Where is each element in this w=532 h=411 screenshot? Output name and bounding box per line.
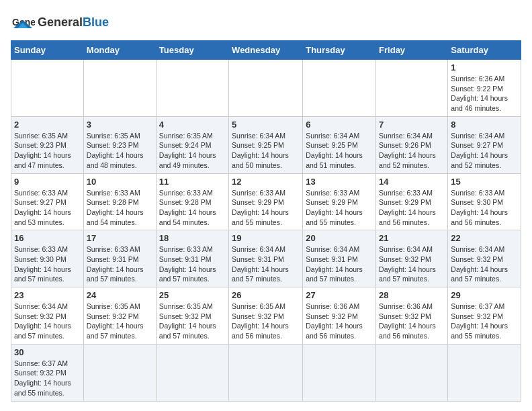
day-cell: 28Sunrise: 6:36 AM Sunset: 9:32 PM Dayli… [376, 287, 448, 345]
day-cell: 26Sunrise: 6:35 AM Sunset: 9:32 PM Dayli… [229, 287, 303, 345]
header-row: SundayMondayTuesdayWednesdayThursdayFrid… [11, 41, 521, 60]
day-cell: 12Sunrise: 6:33 AM Sunset: 9:29 PM Dayli… [229, 173, 303, 230]
day-info: Sunrise: 6:33 AM Sunset: 9:28 PM Dayligh… [87, 188, 153, 228]
day-number: 11 [159, 177, 226, 187]
day-cell: 15Sunrise: 6:33 AM Sunset: 9:30 PM Dayli… [448, 173, 521, 230]
day-cell [83, 60, 156, 117]
header-cell-tuesday: Tuesday [156, 41, 228, 60]
day-cell [376, 60, 448, 117]
day-info: Sunrise: 6:35 AM Sunset: 9:23 PM Dayligh… [87, 131, 153, 171]
week-row-5: 30Sunrise: 6:37 AM Sunset: 9:32 PM Dayli… [11, 344, 521, 401]
day-number: 3 [87, 120, 153, 130]
logo-icon: General [11, 11, 35, 35]
day-cell: 10Sunrise: 6:33 AM Sunset: 9:28 PM Dayli… [83, 173, 156, 230]
day-number: 13 [306, 177, 373, 187]
day-number: 20 [306, 233, 373, 243]
day-info: Sunrise: 6:36 AM Sunset: 9:22 PM Dayligh… [451, 74, 518, 113]
day-cell: 4Sunrise: 6:35 AM Sunset: 9:24 PM Daylig… [156, 116, 228, 173]
day-info: Sunrise: 6:34 AM Sunset: 9:31 PM Dayligh… [306, 244, 373, 284]
day-info: Sunrise: 6:37 AM Sunset: 9:32 PM Dayligh… [451, 302, 518, 341]
day-cell: 24Sunrise: 6:35 AM Sunset: 9:32 PM Dayli… [83, 287, 156, 345]
day-info: Sunrise: 6:34 AM Sunset: 9:32 PM Dayligh… [14, 302, 81, 341]
day-number: 1 [451, 62, 518, 73]
day-cell: 20Sunrise: 6:34 AM Sunset: 9:31 PM Dayli… [303, 230, 376, 287]
day-cell: 27Sunrise: 6:36 AM Sunset: 9:32 PM Dayli… [303, 287, 376, 345]
day-info: Sunrise: 6:33 AM Sunset: 9:28 PM Dayligh… [159, 188, 226, 228]
day-cell: 6Sunrise: 6:34 AM Sunset: 9:25 PM Daylig… [303, 116, 376, 173]
day-cell: 16Sunrise: 6:33 AM Sunset: 9:30 PM Dayli… [11, 230, 84, 287]
day-number: 21 [379, 233, 445, 243]
day-info: Sunrise: 6:34 AM Sunset: 9:32 PM Dayligh… [451, 244, 518, 284]
day-cell: 17Sunrise: 6:33 AM Sunset: 9:31 PM Dayli… [83, 230, 156, 287]
day-cell: 22Sunrise: 6:34 AM Sunset: 9:32 PM Dayli… [448, 230, 521, 287]
week-row-0: 1Sunrise: 6:36 AM Sunset: 9:22 PM Daylig… [11, 60, 521, 117]
day-info: Sunrise: 6:33 AM Sunset: 9:27 PM Dayligh… [14, 188, 81, 228]
day-number: 5 [232, 120, 300, 130]
day-info: Sunrise: 6:34 AM Sunset: 9:25 PM Dayligh… [232, 131, 300, 171]
day-cell: 14Sunrise: 6:33 AM Sunset: 9:29 PM Dayli… [376, 173, 448, 230]
day-number: 10 [87, 177, 153, 187]
day-cell: 29Sunrise: 6:37 AM Sunset: 9:32 PM Dayli… [448, 287, 521, 345]
day-number: 15 [451, 177, 518, 187]
day-number: 26 [232, 290, 300, 300]
week-row-4: 23Sunrise: 6:34 AM Sunset: 9:32 PM Dayli… [11, 287, 521, 345]
day-number: 30 [14, 347, 81, 357]
day-cell [448, 344, 521, 401]
day-info: Sunrise: 6:35 AM Sunset: 9:32 PM Dayligh… [232, 302, 300, 341]
day-cell [11, 60, 84, 117]
day-number: 17 [87, 233, 153, 243]
day-cell: 8Sunrise: 6:34 AM Sunset: 9:27 PM Daylig… [448, 116, 521, 173]
logo: General GeneralBlue [11, 11, 109, 35]
day-number: 25 [159, 290, 226, 300]
day-info: Sunrise: 6:33 AM Sunset: 9:31 PM Dayligh… [87, 244, 153, 284]
day-info: Sunrise: 6:33 AM Sunset: 9:29 PM Dayligh… [232, 188, 300, 228]
day-number: 18 [159, 233, 226, 243]
day-number: 29 [451, 290, 518, 300]
page-header: General GeneralBlue [11, 11, 521, 35]
day-cell: 5Sunrise: 6:34 AM Sunset: 9:25 PM Daylig… [229, 116, 303, 173]
day-cell: 7Sunrise: 6:34 AM Sunset: 9:26 PM Daylig… [376, 116, 448, 173]
header-cell-wednesday: Wednesday [229, 41, 303, 60]
day-number: 7 [379, 120, 445, 130]
day-cell: 18Sunrise: 6:33 AM Sunset: 9:31 PM Dayli… [156, 230, 228, 287]
day-number: 22 [451, 233, 518, 243]
day-number: 27 [306, 290, 373, 300]
day-cell [83, 344, 156, 401]
week-row-2: 9Sunrise: 6:33 AM Sunset: 9:27 PM Daylig… [11, 173, 521, 230]
day-cell [156, 60, 228, 117]
header-cell-sunday: Sunday [11, 41, 84, 60]
day-cell [156, 344, 228, 401]
day-cell: 13Sunrise: 6:33 AM Sunset: 9:29 PM Dayli… [303, 173, 376, 230]
day-number: 9 [14, 177, 81, 187]
day-cell: 11Sunrise: 6:33 AM Sunset: 9:28 PM Dayli… [156, 173, 228, 230]
day-number: 12 [232, 177, 300, 187]
day-number: 4 [159, 120, 226, 130]
day-info: Sunrise: 6:34 AM Sunset: 9:32 PM Dayligh… [379, 244, 445, 284]
day-number: 24 [87, 290, 153, 300]
day-info: Sunrise: 6:33 AM Sunset: 9:30 PM Dayligh… [451, 188, 518, 228]
day-info: Sunrise: 6:33 AM Sunset: 9:30 PM Dayligh… [14, 244, 81, 284]
header-cell-saturday: Saturday [448, 41, 521, 60]
day-number: 28 [379, 290, 445, 300]
day-info: Sunrise: 6:33 AM Sunset: 9:29 PM Dayligh… [379, 188, 445, 228]
week-row-3: 16Sunrise: 6:33 AM Sunset: 9:30 PM Dayli… [11, 230, 521, 287]
day-cell: 30Sunrise: 6:37 AM Sunset: 9:32 PM Dayli… [11, 344, 84, 401]
calendar-table: SundayMondayTuesdayWednesdayThursdayFrid… [11, 40, 521, 402]
day-cell: 9Sunrise: 6:33 AM Sunset: 9:27 PM Daylig… [11, 173, 84, 230]
day-info: Sunrise: 6:35 AM Sunset: 9:32 PM Dayligh… [159, 302, 226, 341]
day-info: Sunrise: 6:36 AM Sunset: 9:32 PM Dayligh… [379, 302, 445, 341]
header-cell-friday: Friday [376, 41, 448, 60]
day-number: 2 [14, 120, 81, 130]
day-info: Sunrise: 6:34 AM Sunset: 9:26 PM Dayligh… [379, 131, 445, 171]
day-cell: 25Sunrise: 6:35 AM Sunset: 9:32 PM Dayli… [156, 287, 228, 345]
day-cell [303, 344, 376, 401]
day-info: Sunrise: 6:34 AM Sunset: 9:31 PM Dayligh… [232, 244, 300, 284]
day-number: 8 [451, 120, 518, 130]
day-number: 6 [306, 120, 373, 130]
day-info: Sunrise: 6:37 AM Sunset: 9:32 PM Dayligh… [14, 359, 81, 398]
day-number: 23 [14, 290, 81, 300]
day-cell: 23Sunrise: 6:34 AM Sunset: 9:32 PM Dayli… [11, 287, 84, 345]
day-cell [376, 344, 448, 401]
day-cell: 3Sunrise: 6:35 AM Sunset: 9:23 PM Daylig… [83, 116, 156, 173]
day-info: Sunrise: 6:35 AM Sunset: 9:24 PM Dayligh… [159, 131, 226, 171]
